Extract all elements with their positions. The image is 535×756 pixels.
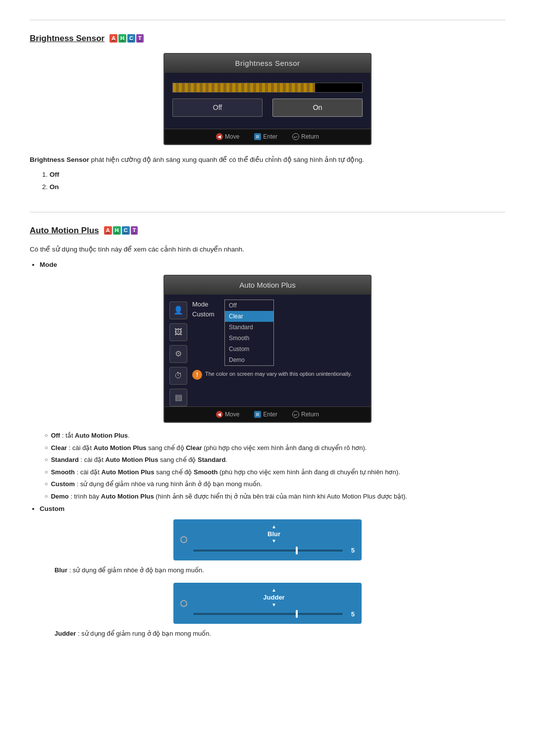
amp-return-icon: ↩ [292,411,299,418]
nav-enter-label: Enter [263,132,277,141]
ci-std-rest: : cài đặt Auto Motion Plus sang chế độ S… [79,456,227,463]
amp-enter-icon: ⊞ [254,411,261,418]
blur-up-arrow: ▲ [271,524,276,529]
amp-title: Auto Motion Plus A H C T [30,224,505,237]
amp-circle-list: Off : tắt Auto Motion Plus. Clear : cài … [45,431,505,501]
ci-custom-bold: Custom [51,480,75,488]
amp-nav-move: ◀ Move [216,410,239,419]
judder-slider-inner: ▲ Judder ▼ 5 [193,588,355,619]
circle-item-smooth: Smooth : cài đặt Auto Motion Plus sang c… [45,467,505,477]
badge-c: C [127,34,135,43]
nav-move: ◀ Move [216,132,239,141]
dropdown-custom[interactable]: Custom [225,344,273,354]
blur-down-arrow: ▼ [271,539,276,544]
circle-item-demo: Demo : trình bày Auto Motion Plus (hình … [45,492,505,502]
judder-desc: Judder : sử dụng để giảm rung ở độ bạn m… [54,629,505,639]
progress-bar [172,83,363,93]
amp-body: 👤 🖼 ⚙ ⏱ ▤ Mode Custom Off Clear Standard [164,295,371,406]
amp-custom-bullet: Custom [40,504,505,514]
amp-warning-text: The color on screen may vary with this o… [205,370,352,378]
judder-thumb[interactable] [296,610,298,618]
amp-warning: ! The color on screen may vary with this… [192,370,366,380]
ci-clear-bold: Clear [51,444,67,452]
dropdown-smooth[interactable]: Smooth [225,333,273,344]
bs-panel-body: Off On [164,73,371,129]
title-text: Brightness Sensor [30,32,105,45]
nav-move-label: Move [225,132,239,141]
amp-nav-return: ↩ Return [292,410,319,419]
brightness-sensor-section: Brightness Sensor A H C T Brightness Sen… [30,20,505,192]
bs-description: Brightness Sensor phát hiện cường độ ánh… [30,155,505,165]
dropdown-standard[interactable]: Standard [225,322,273,333]
judder-slider-panel: ▲ Judder ▼ 5 [173,583,362,624]
icon-image: 🖼 [169,323,187,341]
icon-settings: ⚙ [169,345,187,363]
judder-up-arrow: ▲ [271,588,276,593]
judder-track-row: 5 [193,609,355,619]
btn-on[interactable]: On [272,99,363,117]
judder-track [193,613,343,615]
judder-label-row: ▲ Judder ▼ [193,588,355,607]
auto-motion-plus-section: Auto Motion Plus A H C T Có thể sử dụng … [30,212,505,639]
amp-custom-label: Custom [192,309,219,319]
dropdown-demo[interactable]: Demo [225,354,273,365]
bs-nav-bar: ◀ Move ⊞ Enter ↩ Return [164,129,371,144]
ci-smooth-rest: : cài đặt Auto Motion Plus sang chế độ S… [75,468,400,476]
bs-list-item-off: Off [50,170,505,180]
amp-nav-enter: ⊞ Enter [254,410,277,419]
amp-mode-label: Mode [192,300,219,309]
circle-item-standard: Standard : cài đặt Auto Motion Plus sang… [45,455,505,465]
dropdown-clear[interactable]: Clear [225,311,273,322]
nav-return: ↩ Return [292,132,319,141]
blur-thumb[interactable] [296,547,298,554]
amp-badge-group: A H C T [104,226,138,235]
badge-a: A [109,34,117,43]
bs-off-label: Off [50,171,59,178]
ci-off-bold: Off [51,432,60,439]
blur-desc: Blur : sử dụng để giảm nhòe ở độ bạn mon… [54,565,505,575]
icon-person: 👤 [169,302,187,319]
bs-on-label: On [50,183,59,191]
ci-clear-rest: : cài đặt Auto Motion Plus sang chế độ C… [67,444,367,452]
amp-panel-title: Auto Motion Plus [164,276,371,295]
amp-badge-c: C [122,226,130,235]
circle-item-clear: Clear : cài đặt Auto Motion Plus sang ch… [45,443,505,453]
bs-list: Off On [50,170,505,192]
amp-badge-a: A [104,226,112,235]
bs-desc-bold: Brightness Sensor [30,156,89,163]
progress-bar-fill [173,83,315,92]
blur-slider-panel: ▲ Blur ▼ 5 [173,519,362,560]
amp-nav-return-label: Return [301,410,319,419]
circle-item-off: Off : tắt Auto Motion Plus. [45,431,505,441]
amp-mode-row: Mode Custom Off Clear Standard Smooth Cu… [192,300,366,366]
amp-bullet-list: Mode [40,260,505,270]
blur-slider-circle [180,536,187,543]
blur-slider-inner: ▲ Blur ▼ 5 [193,524,355,555]
blur-desc-bold: Blur [54,566,67,574]
blur-track [193,550,343,552]
return-icon: ↩ [292,133,299,140]
badge-t: T [136,34,144,43]
brightness-sensor-panel: Brightness Sensor Off On ◀ Move ⊞ Enter … [163,53,372,146]
ci-demo-rest: : trình bày Auto Motion Plus (hình ảnh s… [69,493,407,500]
enter-icon: ⊞ [254,133,261,140]
judder-down-arrow: ▼ [271,603,276,607]
nav-enter: ⊞ Enter [254,132,277,141]
blur-label-row: ▲ Blur ▼ [193,524,355,544]
judder-desc-rest: : sử dụng để giảm rung ở độ bạn mong muố… [78,630,211,637]
amp-nav-enter-label: Enter [263,410,277,419]
amp-badge-h: H [113,226,121,235]
amp-mode-labels: Mode Custom [192,300,219,319]
amp-nav-move-label: Move [225,410,239,419]
amp-mode-bullet: Mode [40,260,505,270]
amp-dropdown[interactable]: Off Clear Standard Smooth Custom Demo [224,300,274,366]
amp-right-content: Mode Custom Off Clear Standard Smooth Cu… [192,300,366,406]
btn-off[interactable]: Off [172,99,263,117]
badge-h: H [118,34,126,43]
blur-label: Blur [268,529,280,539]
amp-icons: 👤 🖼 ⚙ ⏱ ▤ [169,300,187,406]
blur-desc-rest: : sử dụng để giảm nhòe ở độ bạn mong muố… [69,566,204,574]
ci-smooth-bold: Smooth [51,468,75,476]
dropdown-off[interactable]: Off [225,300,273,311]
warning-icon: ! [192,370,202,380]
